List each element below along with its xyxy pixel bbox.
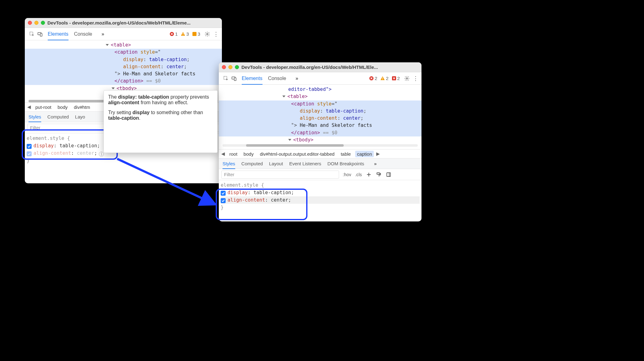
breadcrumb-bar: ◀ root body div#html-output.output.edito… (219, 149, 421, 158)
svg-point-15 (406, 78, 408, 79)
dom-line-tbody[interactable]: <tbody> (219, 136, 421, 144)
breadcrumb-item[interactable]: div#html-output.output.editor-tabbed (258, 151, 336, 157)
close-icon[interactable] (28, 21, 32, 25)
breadcrumb-item[interactable]: put-root (33, 104, 53, 110)
element-style-block[interactable]: element.style { display: table-caption; … (219, 180, 421, 214)
issue-counters[interactable]: 2 2 2 (369, 76, 400, 81)
event-listeners-tab[interactable]: Event Listeners (289, 158, 321, 169)
inspect-icon[interactable] (28, 30, 36, 38)
elements-tab[interactable]: Elements (242, 72, 262, 84)
checkbox-icon[interactable] (27, 151, 32, 156)
more-tabs-button[interactable]: » (101, 31, 104, 37)
devtools-toolbar: Elements Console » 1 3 3 (25, 28, 222, 40)
warning-count[interactable]: 2 (380, 76, 388, 81)
more-styles-tabs-button[interactable]: » (374, 158, 377, 169)
cls-toggle[interactable]: .cls (355, 172, 362, 177)
error-count[interactable]: 1 (170, 31, 178, 37)
styles-tab[interactable]: Styles (29, 112, 41, 122)
filter-input[interactable] (221, 171, 339, 179)
breadcrumb-item[interactable]: body (242, 151, 256, 157)
computed-tab[interactable]: Computed (47, 112, 69, 122)
svg-rect-6 (192, 32, 196, 36)
styles-tabbar: Styles Computed Layout Event Listeners D… (219, 158, 421, 169)
more-tabs-button[interactable]: » (295, 76, 298, 81)
violation-count[interactable]: 2 (392, 76, 400, 81)
svg-rect-13 (382, 79, 383, 80)
dom-line-style-align: align-content: center; (25, 63, 222, 70)
dom-line-caption-close[interactable]: </caption> == $0 (219, 129, 421, 136)
breadcrumb-item[interactable]: table (339, 151, 353, 157)
dom-line-table[interactable]: <table> (25, 42, 222, 49)
device-toggle-icon[interactable] (36, 30, 44, 38)
dom-line-caption-open[interactable]: <caption style=" (25, 49, 222, 56)
titlebar: DevTools - developer.mozilla.org/en-US/d… (219, 62, 421, 72)
devtools-toolbar: Elements Console » 2 2 2 (219, 72, 421, 85)
svg-rect-5 (183, 35, 183, 35)
info-icon[interactable]: i (99, 152, 104, 157)
titlebar: DevTools - developer.mozilla.org/en-US/d… (25, 18, 222, 28)
paint-format-icon[interactable] (376, 172, 382, 178)
traffic-lights (28, 21, 45, 25)
minimize-icon[interactable] (228, 65, 232, 69)
horizontal-scrollbar[interactable] (223, 144, 418, 147)
css-warning-tooltip: The display: table-caption property prev… (104, 90, 218, 153)
issue-counters[interactable]: 1 3 3 (170, 31, 200, 37)
dom-line-style-align: align-content: center; (219, 115, 421, 122)
svg-point-7 (207, 33, 208, 35)
layout-tab[interactable]: Layo (75, 112, 85, 122)
styles-tab[interactable]: Styles (223, 158, 235, 169)
svg-rect-16 (377, 173, 380, 174)
devtools-window-right: DevTools - developer.mozilla.org/en-US/d… (219, 62, 421, 221)
traffic-lights (222, 65, 239, 69)
svg-rect-12 (382, 78, 383, 79)
console-tab[interactable]: Console (268, 72, 286, 84)
gear-icon[interactable] (203, 30, 211, 38)
breadcrumb-item-selected[interactable]: caption (355, 151, 374, 157)
breadcrumb-prev-icon[interactable]: ◀ (221, 151, 225, 157)
dom-line-style-display: display: table-caption; (25, 56, 222, 63)
computed-tab[interactable]: Computed (241, 158, 263, 169)
elements-tab[interactable]: Elements (48, 28, 68, 40)
svg-rect-4 (183, 33, 183, 35)
kebab-menu-icon[interactable]: ⋮ (213, 31, 219, 37)
breadcrumb-prev-icon[interactable]: ◀ (27, 104, 31, 110)
breadcrumb-item[interactable]: body (56, 104, 70, 110)
panel-toggle-icon[interactable] (386, 172, 392, 178)
layout-tab[interactable]: Layout (269, 158, 283, 169)
close-icon[interactable] (222, 65, 226, 69)
checkbox-icon[interactable] (221, 198, 226, 203)
dom-line-table[interactable]: <table> (219, 93, 421, 100)
zoom-icon[interactable] (41, 21, 45, 25)
dom-line-caption-close[interactable]: </caption> == $0 (25, 78, 222, 85)
gear-icon[interactable] (403, 74, 411, 82)
warning-count[interactable]: 3 (181, 31, 189, 37)
dom-line-caption-text[interactable]: "> He-Man and Skeletor facts (219, 122, 421, 129)
checkbox-icon[interactable] (221, 191, 226, 196)
checkbox-icon[interactable] (27, 144, 32, 149)
zoom-icon[interactable] (235, 65, 239, 69)
svg-rect-2 (40, 33, 42, 36)
window-title: DevTools - developer.mozilla.org/en-US/d… (47, 20, 219, 25)
svg-rect-10 (234, 78, 236, 80)
info-count[interactable]: 3 (192, 31, 200, 37)
dom-line-caption-open[interactable]: <caption style=" (219, 100, 421, 108)
new-style-rule-icon[interactable] (366, 172, 372, 178)
device-toggle-icon[interactable] (230, 74, 238, 82)
dom-line-caption-text[interactable]: "> He-Man and Skeletor facts (25, 70, 222, 78)
dom-tree[interactable]: editor-tabbed"> <table> <caption style="… (219, 85, 421, 149)
dom-line-prev[interactable]: editor-tabbed"> (219, 86, 421, 93)
styles-filter-bar: :hov .cls (219, 169, 421, 180)
hov-toggle[interactable]: :hov (343, 172, 351, 177)
window-title: DevTools - developer.mozilla.org/en-US/d… (241, 65, 418, 70)
selector-label: element.style { (27, 136, 70, 141)
breadcrumb-item[interactable]: div#htm (72, 104, 92, 110)
inspect-icon[interactable] (222, 74, 230, 82)
kebab-menu-icon[interactable]: ⋮ (413, 76, 418, 81)
dom-line-style-display: display: table-caption; (219, 108, 421, 115)
error-count[interactable]: 2 (369, 76, 377, 81)
console-tab[interactable]: Console (74, 28, 92, 40)
breadcrumb-item[interactable]: root (227, 151, 239, 157)
dom-breakpoints-tab[interactable]: DOM Breakpoints (328, 158, 364, 169)
breadcrumb-next-icon[interactable]: ▶ (376, 151, 380, 157)
minimize-icon[interactable] (34, 21, 38, 25)
